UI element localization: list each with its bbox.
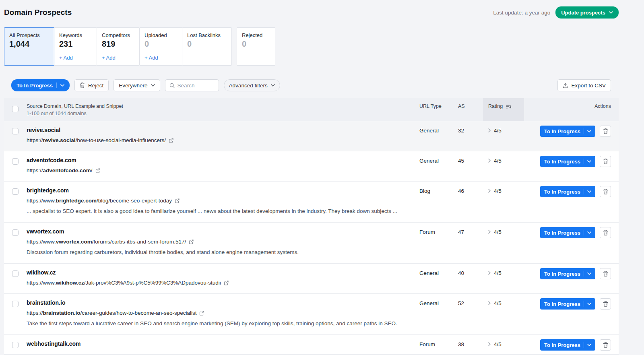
- update-prospects-label: Update prospects: [561, 10, 605, 16]
- url-link[interactable]: https://brainstation.io/career-guides/ho…: [27, 310, 196, 316]
- snippet-text: ... specialist to SEO expert. It is also…: [27, 207, 408, 215]
- add-link[interactable]: + Add: [59, 55, 92, 61]
- delete-button[interactable]: [600, 339, 611, 351]
- url-link[interactable]: https://adventofcode.com/: [27, 167, 93, 174]
- reject-button[interactable]: Reject: [74, 79, 109, 91]
- domain-name[interactable]: wikihow.cz: [27, 269, 408, 276]
- url-link[interactable]: https://www.wikihow.cz/Jak-prov%C3%A9st-…: [27, 279, 221, 286]
- expand-chevron-icon[interactable]: [488, 230, 491, 234]
- domain-name[interactable]: brainstation.io: [27, 299, 408, 306]
- domain-name[interactable]: webhostingtalk.com: [27, 341, 408, 347]
- rating-cell: 4/5: [483, 223, 524, 263]
- bulk-status-button[interactable]: To In Progress: [11, 79, 70, 91]
- sort-icon: [506, 105, 511, 109]
- row-status-button[interactable]: To In Progress: [540, 186, 595, 197]
- url-link[interactable]: https://revive.social/how-to-use-social-…: [27, 137, 166, 144]
- row-status-label: To In Progress: [544, 159, 580, 165]
- trash-icon: [603, 271, 608, 277]
- add-link[interactable]: + Add: [102, 55, 134, 61]
- url-link[interactable]: https://www.brightedge.com/blog/become-s…: [27, 197, 172, 204]
- as-header[interactable]: AS: [458, 98, 483, 121]
- advanced-filters-button[interactable]: Advanced filters: [224, 79, 280, 91]
- authority-score-cell: 52: [458, 294, 483, 334]
- row-status-button[interactable]: To In Progress: [540, 268, 595, 279]
- expand-chevron-icon[interactable]: [488, 128, 491, 132]
- external-link-icon[interactable]: [95, 168, 100, 173]
- url-link[interactable]: https://www.vwvortex.com/forums/carbs-it…: [27, 238, 186, 245]
- rating-value: 4/5: [494, 341, 502, 347]
- row-status-button[interactable]: To In Progress: [540, 126, 595, 137]
- row-checkbox[interactable]: [12, 188, 19, 195]
- expand-chevron-icon[interactable]: [488, 159, 491, 163]
- rating-column-label: Rating: [488, 103, 503, 109]
- row-status-button[interactable]: To In Progress: [540, 298, 595, 310]
- external-link-icon[interactable]: [189, 239, 194, 244]
- chevron-down-icon: [151, 84, 155, 87]
- tab-count: 1,044: [9, 39, 49, 49]
- search-input[interactable]: [178, 83, 215, 89]
- scope-select[interactable]: Everywhere: [114, 79, 160, 91]
- external-link-icon[interactable]: [169, 138, 173, 143]
- select-all-checkbox[interactable]: [12, 106, 19, 112]
- chevron-down-icon: [587, 344, 591, 346]
- row-status-button[interactable]: To In Progress: [540, 156, 595, 167]
- tab-count: 0: [242, 39, 270, 49]
- tab-keywords[interactable]: Keywords231+ Add: [54, 27, 97, 66]
- tab-uploaded[interactable]: Uploaded0+ Add: [139, 27, 182, 66]
- url-example: https://www.brightedge.com/blog/become-s…: [27, 197, 408, 204]
- domain-name[interactable]: revive.social: [27, 127, 408, 133]
- expand-chevron-icon[interactable]: [488, 342, 491, 346]
- update-prospects-button[interactable]: Update prospects: [555, 6, 619, 19]
- delete-button[interactable]: [600, 298, 611, 310]
- actions-cell: To In Progress: [524, 335, 619, 354]
- external-link-icon[interactable]: [224, 281, 229, 285]
- rating-value: 4/5: [494, 300, 502, 306]
- tab-lost-backlinks[interactable]: Lost Backlinks0: [182, 27, 232, 66]
- row-checkbox[interactable]: [12, 342, 19, 348]
- row-checkbox[interactable]: [12, 229, 19, 236]
- tab-rejected[interactable]: Rejected0: [237, 27, 275, 66]
- actions-cell: To In Progress: [524, 151, 619, 181]
- url-example: https://www.wikihow.cz/Jak-prov%C3%A9st-…: [27, 279, 408, 286]
- table-row: revive.socialhttps://revive.social/how-t…: [4, 121, 619, 151]
- domain-name[interactable]: vwvortex.com: [27, 228, 408, 235]
- tab-label: Competitors: [102, 32, 134, 38]
- row-checkbox[interactable]: [12, 270, 19, 277]
- page-title: Domain Prospects: [4, 8, 72, 17]
- delete-button[interactable]: [600, 126, 611, 137]
- add-link[interactable]: + Add: [144, 55, 177, 61]
- domain-name[interactable]: adventofcode.com: [27, 157, 408, 163]
- expand-chevron-icon[interactable]: [488, 271, 491, 275]
- table-row: brainstation.iohttps://brainstation.io/c…: [4, 293, 619, 334]
- delete-button[interactable]: [600, 186, 611, 197]
- external-link-icon[interactable]: [175, 198, 180, 203]
- actions-header: Actions: [524, 98, 619, 121]
- delete-button[interactable]: [600, 268, 611, 279]
- delete-button[interactable]: [600, 227, 611, 238]
- expand-chevron-icon[interactable]: [488, 189, 491, 193]
- tab-competitors[interactable]: Competitors819+ Add: [97, 27, 140, 66]
- url-type-cell: General: [419, 151, 458, 181]
- domain-name[interactable]: brightedge.com: [27, 187, 408, 194]
- trash-icon: [603, 301, 608, 307]
- chevron-down-icon: [587, 272, 591, 275]
- rating-cell: 4/5: [483, 335, 524, 354]
- row-select-cell: [4, 335, 27, 354]
- prospect-tabs: All Prospects1,044Keywords231+ AddCompet…: [4, 27, 619, 66]
- delete-button[interactable]: [600, 156, 611, 167]
- row-checkbox[interactable]: [12, 158, 19, 165]
- row-status-button[interactable]: To In Progress: [540, 227, 595, 238]
- row-checkbox[interactable]: [12, 301, 19, 307]
- reject-label: Reject: [88, 83, 103, 89]
- tab-all-prospects[interactable]: All Prospects1,044: [4, 27, 54, 66]
- rating-header[interactable]: Rating: [483, 98, 524, 121]
- export-csv-button[interactable]: Export to CSV: [557, 79, 611, 91]
- external-link-icon[interactable]: [199, 311, 204, 316]
- trash-icon: [80, 83, 85, 88]
- source-cell: revive.socialhttps://revive.social/how-t…: [27, 121, 419, 151]
- url-type-header[interactable]: URL Type: [419, 98, 458, 121]
- row-checkbox[interactable]: [12, 128, 19, 134]
- source-column-label: Source Domain, URL Example and Snippet: [27, 103, 408, 109]
- row-status-button[interactable]: To In Progress: [540, 339, 595, 351]
- expand-chevron-icon[interactable]: [488, 301, 491, 305]
